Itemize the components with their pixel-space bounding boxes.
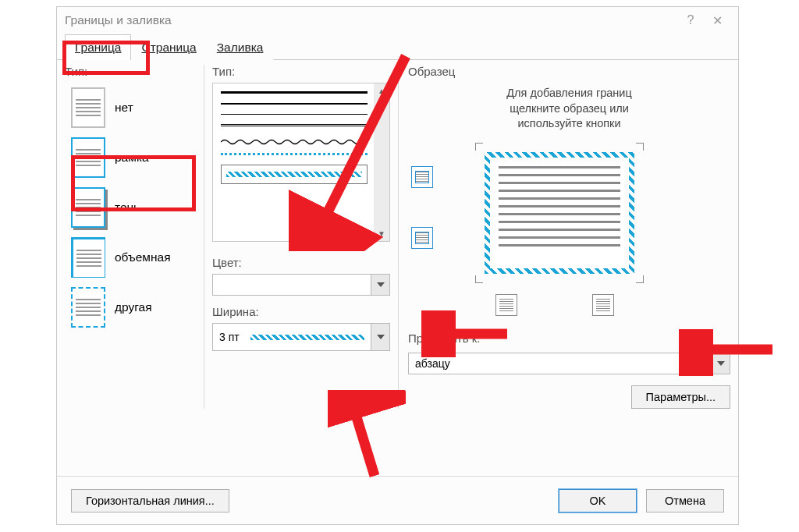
dialog-title: Границы и заливка bbox=[65, 13, 172, 27]
preview-diagram[interactable] bbox=[478, 146, 641, 280]
setting-box-label: рамка bbox=[115, 151, 149, 165]
color-label: Цвет: bbox=[212, 256, 390, 269]
width-preview bbox=[250, 335, 364, 340]
setting-shadow[interactable]: тень bbox=[65, 183, 201, 232]
tab-strip: Граница Страница Заливка bbox=[57, 34, 738, 60]
dialog-window: Границы и заливка ? ✕ Граница Страница З… bbox=[56, 6, 739, 525]
apply-to-label: Применить к: bbox=[408, 332, 730, 345]
setting-box-icon bbox=[71, 137, 105, 178]
preview-hint: Для добавления границ щелкните образец и… bbox=[439, 86, 699, 132]
style-scrollbar[interactable]: ▲▼ bbox=[374, 83, 389, 241]
setting-none[interactable]: нет bbox=[65, 83, 201, 133]
setting-none-icon bbox=[71, 87, 105, 128]
setting-shadow-icon bbox=[71, 187, 105, 228]
tab-fill[interactable]: Заливка bbox=[207, 34, 274, 60]
style-label: Тип: bbox=[212, 65, 390, 78]
color-combo[interactable] bbox=[212, 274, 390, 296]
border-top-button[interactable] bbox=[411, 166, 433, 188]
setting-none-label: нет bbox=[115, 101, 133, 115]
setting-shadow-label: тень bbox=[115, 200, 140, 215]
setting-custom-label: другая bbox=[115, 300, 152, 314]
setting-3d-icon bbox=[71, 237, 105, 278]
apply-to-combo[interactable]: абзацу bbox=[408, 353, 730, 374]
tab-page[interactable]: Страница bbox=[131, 34, 206, 60]
line-style-selected[interactable] bbox=[221, 165, 368, 184]
horizontal-line-button[interactable]: Горизонтальная линия... bbox=[71, 489, 229, 512]
type-label: Тип: bbox=[65, 65, 201, 78]
border-right-button[interactable] bbox=[592, 294, 614, 316]
apply-to-dropdown-arrow[interactable] bbox=[711, 353, 730, 374]
border-left-button[interactable] bbox=[495, 294, 517, 316]
setting-custom[interactable]: другая bbox=[65, 282, 201, 332]
apply-to-value: абзацу bbox=[415, 357, 450, 370]
help-button[interactable]: ? bbox=[677, 7, 704, 34]
width-value: 3 пт bbox=[219, 331, 240, 343]
width-label: Ширина: bbox=[212, 305, 390, 318]
cancel-button[interactable]: Отмена bbox=[646, 489, 724, 512]
setting-box[interactable]: рамка bbox=[65, 133, 201, 183]
border-bottom-button[interactable] bbox=[411, 227, 433, 249]
close-button[interactable]: ✕ bbox=[704, 7, 730, 34]
preview-label: Образец bbox=[408, 65, 730, 78]
setting-3d[interactable]: объемная bbox=[65, 232, 201, 282]
color-dropdown-arrow[interactable] bbox=[371, 275, 389, 295]
line-style-list[interactable]: ▲▼ bbox=[212, 83, 390, 242]
setting-custom-icon bbox=[71, 287, 105, 328]
tab-border[interactable]: Граница bbox=[65, 34, 131, 60]
ok-button[interactable]: OK bbox=[559, 489, 637, 512]
preview-area bbox=[408, 146, 730, 302]
params-button[interactable]: Параметры... bbox=[631, 385, 730, 409]
width-combo[interactable]: 3 пт bbox=[212, 323, 390, 351]
setting-3d-label: объемная bbox=[115, 250, 171, 264]
width-dropdown-arrow[interactable] bbox=[371, 324, 389, 350]
titlebar: Границы и заливка ? ✕ bbox=[57, 7, 738, 34]
